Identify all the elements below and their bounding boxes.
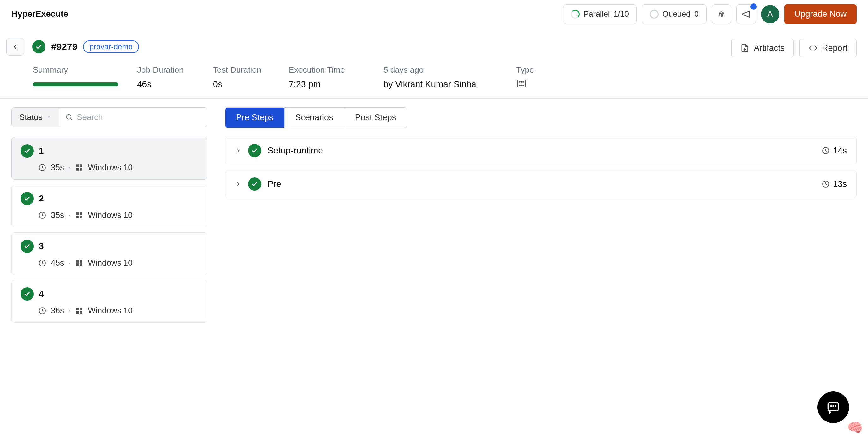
- svg-rect-14: [76, 212, 79, 215]
- report-icon: [809, 43, 817, 53]
- svg-point-5: [523, 85, 524, 86]
- meta-by-value: by Vikrant Kumar Sinha: [383, 79, 497, 89]
- spinner-icon: [571, 10, 580, 19]
- artifacts-button[interactable]: Artifacts: [731, 38, 794, 58]
- parallel-pill[interactable]: Parallel 1/10: [563, 4, 637, 24]
- separator: ·: [68, 258, 71, 268]
- announcements-button[interactable]: [736, 4, 756, 24]
- svg-rect-9: [76, 164, 79, 167]
- job-header-right: Artifacts Report: [731, 38, 857, 58]
- report-button[interactable]: Report: [800, 38, 857, 58]
- brain-icon: 🧠: [847, 420, 863, 435]
- clock-icon: [38, 307, 46, 315]
- job-header: #9279 provar-demo Summary Job Duration 4…: [0, 28, 868, 98]
- step-status-icon: [248, 144, 261, 157]
- search-icon: [65, 113, 73, 122]
- svg-point-0: [519, 82, 520, 83]
- body: Status 1 35s · Windows 10: [0, 98, 868, 337]
- chevron-left-icon: [11, 43, 19, 51]
- task-card-3[interactable]: 3 45s · Windows 10: [11, 232, 207, 275]
- step-duration: 13s: [833, 179, 847, 189]
- job-tag[interactable]: provar-demo: [83, 40, 139, 53]
- clock-icon: [38, 211, 46, 219]
- svg-rect-22: [80, 263, 83, 266]
- meta-job-duration: Job Duration 46s: [137, 65, 194, 89]
- queued-value: 0: [694, 9, 699, 19]
- app-title: HyperExecute: [11, 9, 68, 19]
- back-button[interactable]: [6, 38, 24, 56]
- svg-rect-17: [80, 216, 83, 219]
- svg-rect-15: [80, 212, 83, 215]
- task-os: Windows 10: [88, 210, 133, 220]
- search-box: [59, 108, 207, 127]
- queued-pill[interactable]: Queued 0: [642, 4, 707, 24]
- status-filter[interactable]: Status: [12, 108, 59, 127]
- task-card-4[interactable]: 4 36s · Windows 10: [11, 280, 207, 323]
- meta-job-duration-value: 46s: [137, 79, 194, 89]
- task-num: 1: [39, 146, 44, 156]
- meta-summary: Summary: [33, 65, 118, 89]
- task-num: 4: [39, 289, 44, 299]
- task-card-2[interactable]: 2 35s · Windows 10: [11, 185, 207, 227]
- step-time: 13s: [822, 179, 847, 189]
- step-row-pre[interactable]: Pre 13s: [225, 170, 857, 198]
- separator: ·: [68, 210, 71, 220]
- windows-icon: [75, 211, 83, 219]
- avatar[interactable]: A: [761, 5, 779, 23]
- task-duration: 45s: [51, 258, 64, 268]
- svg-point-4: [521, 85, 522, 86]
- clock-icon: [38, 259, 46, 267]
- upgrade-button[interactable]: Upgrade Now: [784, 4, 857, 24]
- svg-rect-27: [80, 311, 83, 314]
- meta-type-label: Type: [516, 65, 541, 75]
- svg-point-3: [519, 85, 520, 86]
- brain-fab[interactable]: 🧠: [847, 420, 863, 435]
- clock-icon: [822, 147, 830, 155]
- fingerprint-icon: [717, 9, 726, 19]
- task-card-1[interactable]: 1 35s · Windows 10: [11, 137, 207, 180]
- chat-fab[interactable]: [817, 391, 849, 423]
- windows-icon: [75, 307, 83, 315]
- meta-test-duration: Test Duration 0s: [213, 65, 270, 89]
- task-status-icon: [21, 144, 34, 158]
- clock-icon: [822, 180, 830, 188]
- meta-test-duration-label: Test Duration: [213, 65, 270, 75]
- job-header-left: #9279 provar-demo Summary Job Duration 4…: [6, 38, 541, 89]
- notification-dot-icon: [750, 3, 757, 10]
- tablist: Pre Steps Scenarios Post Steps: [225, 107, 407, 128]
- task-status-icon: [21, 240, 34, 253]
- meta-summary-label: Summary: [33, 65, 118, 75]
- step-row-setup-runtime[interactable]: Setup-runtime 14s: [225, 137, 857, 164]
- fingerprint-button[interactable]: [712, 4, 731, 24]
- svg-rect-24: [76, 308, 79, 310]
- step-name: Pre: [268, 179, 281, 189]
- meta-type: Type: [516, 65, 541, 89]
- tab-poststeps[interactable]: Post Steps: [344, 108, 407, 128]
- matrix-icon: [516, 79, 527, 88]
- avatar-initial: A: [767, 9, 773, 19]
- task-status-icon: [21, 287, 34, 301]
- search-input[interactable]: [77, 113, 201, 122]
- artifacts-icon: [740, 43, 749, 53]
- svg-line-7: [70, 119, 72, 120]
- task-duration: 35s: [51, 210, 64, 220]
- task-os: Windows 10: [88, 258, 133, 268]
- topbar-right: Parallel 1/10 Queued 0 A Upgrade Now: [563, 4, 857, 24]
- tab-scenarios[interactable]: Scenarios: [285, 108, 344, 128]
- filter-row: Status: [11, 107, 207, 127]
- meta-exec-time-label: Execution Time: [289, 65, 365, 75]
- separator: ·: [68, 163, 71, 172]
- svg-point-6: [66, 114, 71, 119]
- job-title-row: #9279 provar-demo: [6, 38, 541, 56]
- windows-icon: [75, 163, 83, 172]
- status-filter-label: Status: [19, 113, 43, 122]
- clock-icon: [38, 163, 46, 172]
- chevron-right-icon: [235, 147, 242, 154]
- tab-presteps[interactable]: Pre Steps: [225, 108, 285, 128]
- svg-rect-11: [76, 168, 79, 171]
- meta-age-label: 5 days ago: [383, 65, 497, 75]
- task-num: 3: [39, 241, 44, 251]
- meta-exec-time: Execution Time 7:23 pm: [289, 65, 365, 89]
- task-status-icon: [21, 192, 34, 205]
- svg-rect-20: [80, 260, 83, 263]
